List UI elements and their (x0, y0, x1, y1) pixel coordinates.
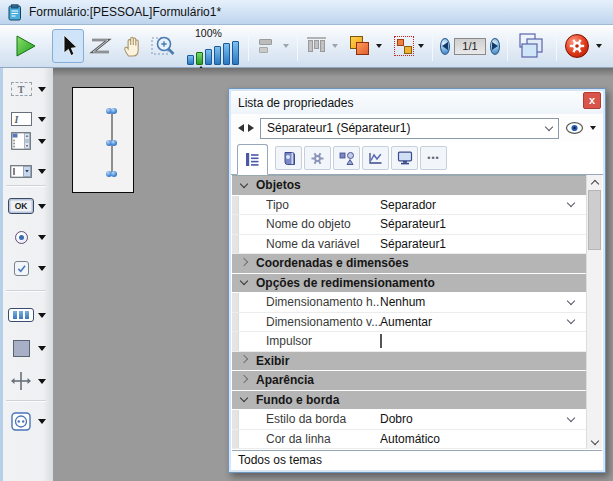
segmented-button-tool-button[interactable] (6, 304, 52, 326)
section-header[interactable]: Opções de redimensionamento (232, 274, 588, 294)
property-row[interactable]: Nome do objetoSéparateur1 (232, 215, 588, 235)
layers-button[interactable] (345, 29, 385, 63)
selection-handle[interactable] (106, 140, 117, 146)
tab-shapes[interactable] (333, 146, 360, 170)
dropdown-arrow-icon[interactable] (38, 204, 46, 209)
dropdown-arrow-icon[interactable] (38, 313, 46, 318)
tab-monitor[interactable] (391, 146, 418, 170)
property-row[interactable]: Dimensionamento v...Aumentar (232, 313, 588, 333)
tab-chart[interactable] (362, 146, 389, 170)
listbox-tool-button[interactable] (6, 130, 52, 152)
rectangle-tool-button[interactable] (6, 337, 52, 359)
scrollbar[interactable] (586, 175, 602, 449)
zoom-bar[interactable] (214, 46, 221, 65)
monitor-icon (397, 151, 413, 165)
section-header[interactable]: Exibir (232, 352, 588, 372)
property-row[interactable]: Dimensionamento h...Nenhum (232, 293, 588, 313)
property-label: Cor da linha (266, 432, 380, 446)
zoom-bar[interactable] (232, 41, 239, 65)
scroll-down-button[interactable] (587, 435, 602, 449)
property-value[interactable]: Séparateur1 (380, 217, 588, 231)
chevron-down-icon[interactable] (567, 199, 575, 207)
property-value[interactable]: Séparateur1 (380, 237, 588, 251)
settings-button[interactable] (562, 29, 605, 63)
section-header[interactable]: Coordenadas e dimensões (232, 254, 588, 274)
button-tool-button[interactable]: OK (6, 195, 52, 217)
chevron-down-icon (240, 277, 248, 285)
selection-handle[interactable] (106, 108, 117, 114)
property-row[interactable]: Cor da linhaAutomático (232, 430, 588, 450)
chevron-down-icon[interactable] (567, 316, 575, 324)
zoom-bars[interactable] (187, 39, 239, 65)
dropdown-arrow-icon[interactable] (38, 419, 46, 424)
zoom-bar[interactable] (223, 43, 230, 65)
window-titlebar[interactable]: Formulário:[PESSOAL]Formulário1* (0, 0, 613, 25)
dropdown-arrow-icon[interactable] (38, 235, 46, 240)
object-nav-buttons[interactable] (236, 122, 256, 134)
dropdown-arrow-icon[interactable] (38, 169, 46, 174)
scroll-up-button[interactable] (587, 175, 602, 189)
group-button[interactable] (391, 29, 427, 63)
property-row[interactable]: Estilo da bordaDobro (232, 410, 588, 430)
dropdown-arrow-icon[interactable] (38, 266, 46, 271)
checkbox-tool-button[interactable] (6, 257, 52, 279)
property-row[interactable]: Impulsor (232, 332, 588, 352)
impulsor-checkbox[interactable] (380, 334, 382, 348)
radio-button-tool-button[interactable] (6, 226, 52, 248)
themes-filter-label[interactable]: Todos os temas (238, 453, 322, 467)
dropdown-arrow-icon[interactable] (38, 87, 46, 92)
dropdown-arrow-icon[interactable] (38, 117, 46, 122)
property-value[interactable]: Automático (380, 432, 588, 446)
next-page-button[interactable] (490, 38, 500, 55)
zoom-bar[interactable] (205, 49, 212, 65)
row-gutter (232, 235, 239, 254)
entry-order-button[interactable] (84, 29, 116, 63)
tab-more[interactable]: ••• (420, 146, 447, 170)
previous-page-button[interactable] (440, 38, 450, 55)
splitter-tool-button[interactable] (6, 370, 52, 392)
view-options-button[interactable] (563, 120, 598, 136)
property-value[interactable]: Separador (380, 198, 568, 212)
combobox-tool-button[interactable] (6, 160, 52, 182)
section-header[interactable]: Objetos (232, 176, 588, 196)
property-label: Impulsor (266, 334, 380, 348)
section-header[interactable]: Aparência (232, 371, 588, 391)
execute-form-button[interactable] (8, 29, 42, 63)
tab-list[interactable] (237, 144, 268, 175)
row-gutter (232, 293, 239, 312)
pointer-tool-button[interactable] (52, 29, 84, 63)
section-header[interactable]: Fundo e borda (232, 391, 588, 411)
property-label: Nome da variável (266, 237, 380, 251)
close-button[interactable]: x (583, 92, 601, 109)
property-row[interactable]: TipoSeparador (232, 196, 588, 216)
plugin-area-tool-button[interactable] (6, 410, 52, 432)
tab-gear[interactable] (304, 146, 331, 170)
row-gutter (232, 313, 239, 332)
form-editor-window: Formulário:[PESSOAL]Formulário1* (0, 0, 613, 481)
zoom-tool-button[interactable] (148, 29, 181, 63)
chevron-down-icon[interactable] (567, 414, 575, 422)
property-value[interactable]: Nenhum (380, 295, 568, 309)
form-pages-button[interactable] (513, 29, 551, 63)
form-page[interactable] (72, 87, 134, 193)
zoom-bar[interactable] (187, 55, 194, 65)
pan-tool-button[interactable] (116, 29, 148, 63)
rectangle-glyph (13, 340, 30, 357)
panel-tabs: ••• (231, 142, 603, 175)
dropdown-arrow-icon[interactable] (38, 139, 46, 144)
segmented-glyph (8, 308, 34, 322)
chevron-down-icon[interactable] (567, 297, 575, 305)
selection-handle[interactable] (106, 171, 117, 177)
dropdown-arrow-icon[interactable] (38, 379, 46, 384)
panel-titlebar[interactable]: Lista de propriedades (231, 91, 603, 114)
object-selector-dropdown[interactable]: Séparateur1 (Séparateur1) (260, 118, 559, 139)
property-value[interactable]: Aumentar (380, 315, 568, 329)
text-tool-button[interactable]: T (6, 78, 52, 100)
tab-book[interactable] (275, 146, 302, 170)
property-value[interactable]: Dobro (380, 412, 568, 426)
dropdown-arrow-icon[interactable] (38, 346, 46, 351)
scrollbar-thumb[interactable] (588, 190, 601, 250)
zoom-bar-current[interactable] (196, 52, 203, 65)
input-tool-button[interactable]: I (6, 108, 52, 130)
property-row[interactable]: Nome da variávelSéparateur1 (232, 235, 588, 255)
